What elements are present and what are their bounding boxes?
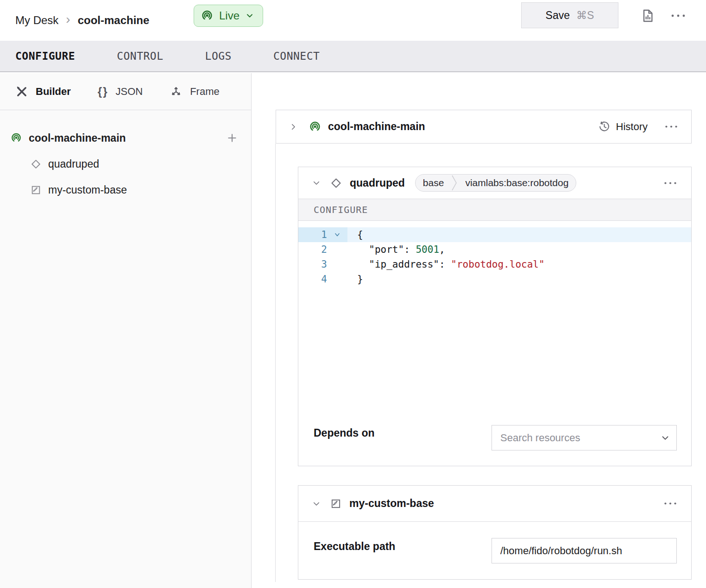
file-chart-icon — [640, 8, 655, 23]
component-model-badge: viamlabs:base:robotdog — [458, 177, 576, 188]
live-icon — [201, 9, 214, 22]
code-token: , — [439, 244, 445, 255]
code-token: { — [357, 229, 363, 240]
executable-path-field — [492, 538, 677, 563]
view-tab-frame[interactable]: Frame — [170, 85, 220, 98]
executable-path-input[interactable] — [492, 538, 677, 563]
view-tab-json-label: JSON — [115, 86, 143, 98]
save-shortcut: ⌘S — [576, 9, 594, 22]
expand-part-button[interactable] — [289, 123, 297, 131]
code-line: 2 "port": 5001, — [298, 242, 691, 257]
machine-status-dropdown[interactable]: Live — [194, 5, 263, 27]
tab-control[interactable]: CONTROL — [117, 50, 163, 62]
breadcrumb: My Desk › cool-machine — [15, 0, 149, 41]
add-resource-button[interactable] — [226, 132, 238, 144]
frame-axes-icon — [170, 85, 183, 98]
tree-item-main-part-label: cool-machine-main — [29, 132, 126, 144]
tab-connect[interactable]: CONNECT — [273, 50, 320, 62]
live-status-label: Live — [219, 9, 240, 22]
history-button[interactable]: History — [598, 120, 648, 133]
badge-divider-icon — [451, 174, 458, 192]
machine-menu-button[interactable] — [668, 6, 688, 25]
json-attributes-editor[interactable]: 1 { 2 "port": 5001, 3 "ip_address": "rob… — [298, 221, 691, 418]
line-number: 4 — [298, 272, 327, 287]
part-connector-line — [275, 144, 276, 582]
collapse-quadruped-button[interactable] — [312, 179, 321, 187]
base-component-icon — [330, 177, 342, 189]
top-bar: My Desk › cool-machine Live Save ⌘S — [0, 0, 706, 41]
breadcrumb-current: cool-machine — [78, 14, 150, 27]
main-tab-bar: CONFIGURE CONTROL LOGS CONNECT — [0, 41, 706, 72]
quadruped-card-title: quadruped — [350, 177, 405, 189]
depends-on-select — [492, 425, 677, 450]
history-clock-icon — [598, 120, 611, 133]
save-button-label: Save — [546, 9, 570, 22]
machine-part-card: cool-machine-main History — [276, 110, 692, 144]
braces-icon: {} — [98, 85, 108, 98]
code-token-key: "port" — [369, 244, 404, 255]
config-view-tabs: Builder {} JSON Frame — [0, 73, 251, 110]
fold-chevron-icon[interactable] — [327, 227, 347, 242]
view-tab-frame-label: Frame — [190, 86, 220, 98]
configure-section-label: CONFIGURE — [314, 204, 368, 215]
code-token: : — [439, 259, 451, 270]
view-tab-builder[interactable]: Builder — [15, 85, 71, 98]
code-token — [357, 244, 369, 255]
part-card-title: cool-machine-main — [328, 120, 425, 133]
custom-base-card-header: my-custom-base — [298, 486, 691, 522]
collapse-custom-base-button[interactable] — [312, 500, 321, 508]
machine-report-button[interactable] — [638, 6, 657, 25]
model-badge[interactable]: base viamlabs:base:robotdog — [415, 174, 577, 192]
line-number: 2 — [298, 242, 327, 257]
part-menu-button[interactable] — [664, 125, 678, 129]
quadruped-resource-card: quadruped base viamlabs:base:robotdog CO… — [298, 167, 692, 466]
builder-tools-icon — [15, 85, 28, 98]
resource-tree: cool-machine-main quadruped — [0, 110, 251, 203]
code-token-key: "ip_address" — [369, 259, 439, 270]
quadruped-card-header: quadruped base viamlabs:base:robotdog — [298, 167, 691, 199]
tree-item-quadruped-label: quadruped — [48, 158, 99, 170]
history-label: History — [616, 121, 648, 133]
breadcrumb-parent[interactable]: My Desk — [15, 14, 58, 27]
code-token: } — [357, 274, 363, 285]
live-part-icon — [309, 120, 321, 133]
ellipsis-icon — [670, 13, 686, 18]
custom-base-resource-card: my-custom-base Executable path — [298, 485, 692, 580]
custom-base-card-title: my-custom-base — [349, 497, 434, 510]
save-button[interactable]: Save ⌘S — [521, 2, 618, 28]
code-token-string: "robotdog.local" — [451, 259, 544, 270]
live-part-icon — [10, 132, 22, 144]
tree-item-custom-base[interactable]: my-custom-base — [0, 177, 251, 203]
process-icon — [30, 184, 42, 196]
custom-base-menu-button[interactable] — [663, 501, 677, 506]
process-icon — [330, 498, 342, 510]
depends-on-label: Depends on — [314, 427, 375, 439]
quadruped-menu-button[interactable] — [663, 181, 677, 185]
machine-config-page: My Desk › cool-machine Live Save ⌘S — [0, 0, 706, 588]
tree-item-main-part[interactable]: cool-machine-main — [0, 125, 251, 151]
code-line: 3 "ip_address": "robotdog.local" — [298, 257, 691, 272]
base-component-icon — [30, 158, 42, 170]
code-token — [357, 259, 369, 270]
search-resources-input[interactable] — [492, 425, 677, 450]
tree-item-quadruped[interactable]: quadruped — [0, 151, 251, 177]
chevron-down-icon — [245, 11, 254, 20]
tab-logs[interactable]: LOGS — [205, 50, 232, 62]
config-sidebar: Builder {} JSON Frame — [0, 73, 252, 588]
code-token-number: 5001 — [416, 244, 439, 255]
code-line: 4 } — [298, 272, 691, 287]
code-line: 1 { — [298, 227, 691, 242]
line-number: 3 — [298, 257, 327, 272]
view-tab-builder-label: Builder — [36, 86, 71, 98]
line-number: 1 — [298, 227, 327, 242]
component-type-badge: base — [416, 177, 452, 188]
configure-section-header: CONFIGURE — [298, 199, 691, 221]
code-token: : — [404, 244, 416, 255]
tab-configure[interactable]: CONFIGURE — [15, 50, 75, 62]
breadcrumb-separator-icon: › — [66, 13, 70, 28]
view-tab-json[interactable]: {} JSON — [98, 85, 143, 98]
executable-path-label: Executable path — [314, 540, 395, 553]
tree-item-custom-base-label: my-custom-base — [48, 184, 127, 196]
